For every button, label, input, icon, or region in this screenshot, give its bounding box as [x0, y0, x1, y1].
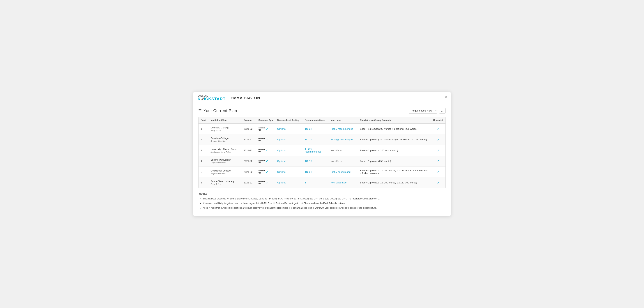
common-app-icon: ✓ — [266, 138, 268, 141]
interviews-cell: Not offered — [328, 156, 358, 166]
common-app-text: commonapp — [258, 127, 265, 131]
institution-cell: Santa Clara University Early Action — [208, 177, 242, 188]
plan-controls: Requirements View 🖨 — [409, 108, 446, 114]
interviews-cell: Strongly encouraged — [328, 134, 358, 145]
logo-rocket-icon: 🚀 — [201, 98, 204, 100]
recommendations-cell: 1C, 2T — [303, 134, 328, 145]
season-cell: 2021-22 — [242, 145, 256, 156]
recommendations-cell: 1C, 2T — [303, 166, 328, 177]
season-cell: 2021-22 — [242, 156, 256, 166]
col-checklist: Checklist — [431, 117, 446, 124]
testing-link[interactable]: Optional — [277, 181, 286, 184]
rank-cell: 5 — [198, 166, 208, 177]
common-app-icon: ✓ — [266, 170, 268, 174]
rank-cell: 1 — [198, 124, 208, 134]
institution-cell: Bucknell University Regular Decision — [208, 156, 242, 166]
testing-cell: Optional — [275, 156, 303, 166]
checklist-icon[interactable]: ↗ — [433, 170, 443, 174]
close-button[interactable]: × — [445, 95, 447, 98]
testing-link[interactable]: Optional — [277, 128, 286, 130]
common-app-cell: commonapp ✓ — [256, 145, 275, 156]
common-app-icon: ✓ — [266, 149, 268, 152]
common-app-cell: commonapp ✓ — [256, 166, 275, 177]
rank-cell: 4 — [198, 156, 208, 166]
common-app-cell: commonapp ✓ — [256, 124, 275, 134]
interviews-cell: Non-evaluative — [328, 177, 358, 188]
checklist-icon[interactable]: ↗ — [433, 149, 443, 152]
table-row: 6 Santa Clara University Early Action 20… — [198, 177, 446, 188]
checklist-cell: ↗ — [431, 124, 446, 134]
table-row: 3 University of Notre Dame Restrictive E… — [198, 145, 446, 156]
common-app-text: commonapp — [258, 181, 265, 184]
season-cell: 2021-22 — [242, 177, 256, 188]
testing-cell: Optional — [275, 134, 303, 145]
rank-cell: 6 — [198, 177, 208, 188]
notes-list: This plan was produced for Emma Easton o… — [199, 197, 445, 210]
col-essays: Short Answer/Essay Prompts — [358, 117, 431, 124]
col-interviews: Interviews — [328, 117, 358, 124]
col-institution: Institution/Plan — [208, 117, 242, 124]
testing-link[interactable]: Optional — [277, 160, 286, 162]
common-app-cell: commonapp ✓ — [256, 156, 275, 166]
season-cell: 2021-22 — [242, 166, 256, 177]
rank-cell: 3 — [198, 145, 208, 156]
table-body: 1 Colorado College Early Action 2021-22 … — [198, 124, 446, 188]
col-common-app: Common App — [256, 117, 275, 124]
checklist-icon[interactable]: ↗ — [433, 138, 443, 141]
table-row: 1 Colorado College Early Action 2021-22 … — [198, 124, 446, 134]
season-cell: 2021-22 — [242, 124, 256, 134]
checklist-cell: ↗ — [431, 145, 446, 156]
testing-link[interactable]: Optional — [277, 149, 286, 152]
essays-cell: Base + 1 prompt (250 words) — [358, 156, 431, 166]
col-testing: Standardized Testing — [275, 117, 303, 124]
testing-cell: Optional — [275, 177, 303, 188]
recommendations-cell: 1C, 1T — [303, 156, 328, 166]
title-bar: COLLEGE K 🚀 ICKSTART EMMA EASTON × — [193, 92, 451, 104]
common-app-text: commonapp — [258, 159, 265, 163]
view-select[interactable]: Requirements View — [409, 108, 437, 114]
common-app-text: commonapp — [258, 138, 265, 142]
note-item: It's easy to add likely, target and reac… — [203, 202, 445, 205]
testing-cell: Optional — [275, 145, 303, 156]
logo-text: COLLEGE K 🚀 ICKSTART — [198, 95, 226, 101]
logo-area: COLLEGE K 🚀 ICKSTART — [198, 95, 226, 101]
recommendations-cell: 1T — [303, 177, 328, 188]
essays-cell: Base + 1 prompt (140 characters) + 1 opt… — [358, 134, 431, 145]
plan-title-area: ☰ Your Current Plan — [198, 108, 237, 113]
rank-cell: 2 — [198, 134, 208, 145]
common-app-icon: ✓ — [266, 127, 268, 131]
interviews-cell: Highly encouraged — [328, 166, 358, 177]
logo-k: K — [198, 97, 201, 101]
common-app-cell: commonapp ✓ — [256, 134, 275, 145]
testing-link[interactable]: Optional — [277, 170, 286, 173]
table-row: 5 Occidental College Regular Decision 20… — [198, 166, 446, 177]
testing-cell: Optional — [275, 124, 303, 134]
checklist-icon[interactable]: ↗ — [433, 127, 443, 131]
institution-cell: University of Notre Dame Restrictive Ear… — [208, 145, 242, 156]
colleges-table: Rank Institution/Plan Season Common App … — [198, 117, 446, 188]
recommendations-cell: 1T (1C recommended) — [303, 145, 328, 156]
notes-title: NOTES — [199, 193, 445, 195]
checklist-cell: ↗ — [431, 156, 446, 166]
checklist-cell: ↗ — [431, 177, 446, 188]
essays-cell: Base + 2 prompts (200 words each) — [358, 145, 431, 156]
plan-title: Your Current Plan — [204, 108, 237, 113]
content-area: ☰ Your Current Plan Requirements View 🖨 … — [193, 104, 451, 216]
checklist-icon[interactable]: ↗ — [433, 181, 443, 184]
note-item: This plan was produced for Emma Easton o… — [203, 197, 445, 200]
institution-cell: Bowdoin College Regular Decision — [208, 134, 242, 145]
institution-cell: Colorado College Early Action — [208, 124, 242, 134]
testing-cell: Optional — [275, 166, 303, 177]
institution-cell: Occidental College Regular Decision — [208, 166, 242, 177]
common-app-icon: ✓ — [266, 181, 268, 184]
checklist-cell: ↗ — [431, 166, 446, 177]
essays-cell: Base + 3 prompts (1 x 200 words, 1 x 134… — [358, 166, 431, 177]
common-app-text: commonapp — [258, 148, 265, 152]
checklist-icon[interactable]: ↗ — [433, 159, 443, 163]
colleges-table-wrapper: Rank Institution/Plan Season Common App … — [198, 117, 446, 188]
common-app-cell: commonapp ✓ — [256, 177, 275, 188]
interviews-cell: Not offered — [328, 145, 358, 156]
plan-header: ☰ Your Current Plan Requirements View 🖨 — [198, 108, 446, 114]
print-button[interactable]: 🖨 — [439, 108, 446, 114]
testing-link[interactable]: Optional — [277, 138, 286, 141]
